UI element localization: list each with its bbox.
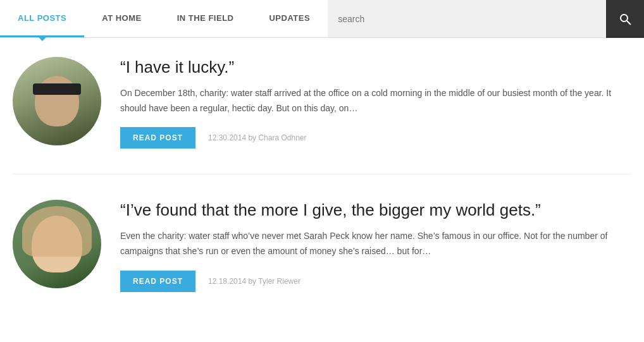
post-title: “I have it lucky.” (120, 57, 631, 78)
main-content: “I have it lucky.” On December 18th, cha… (0, 38, 644, 342)
avatar (13, 57, 101, 145)
post-item: “I’ve found that the more I give, the bi… (13, 200, 631, 317)
search-icon (619, 13, 631, 25)
post-excerpt: Even the charity: water staff who’ve nev… (120, 229, 631, 259)
post-body: “I have it lucky.” On December 18th, cha… (120, 57, 631, 149)
read-post-button[interactable]: READ POST (120, 271, 195, 292)
post-meta: 12.18.2014 by Tyler Riewer (208, 277, 300, 286)
post-date: 12.18.2014 (208, 277, 246, 286)
post-author: Tyler Riewer (258, 277, 300, 286)
post-excerpt: On December 18th, charity: water staff a… (120, 86, 631, 116)
post-footer: READ POST 12.30.2014 by Chara Odhner (120, 127, 631, 149)
post-author: Chara Odhner (258, 133, 306, 142)
search-input[interactable] (338, 14, 596, 24)
nav-updates[interactable]: UPDATES (251, 0, 328, 37)
svg-point-0 (621, 15, 628, 21)
avatar (13, 200, 101, 288)
nav-bar: ALL POSTS AT HOME IN THE FIELD UPDATES (0, 0, 644, 38)
search-button[interactable] (606, 0, 644, 38)
post-date: 12.30.2014 (208, 133, 246, 142)
read-post-button[interactable]: READ POST (120, 127, 195, 149)
search-container (328, 0, 606, 37)
post-footer: READ POST 12.18.2014 by Tyler Riewer (120, 271, 631, 292)
post-meta: 12.30.2014 by Chara Odhner (208, 133, 306, 142)
post-body: “I’ve found that the more I give, the bi… (120, 200, 631, 291)
post-title: “I’ve found that the more I give, the bi… (120, 200, 631, 221)
post-item: “I have it lucky.” On December 18th, cha… (13, 57, 631, 174)
post-by: by (248, 277, 258, 286)
nav-in-the-field[interactable]: IN THE FIELD (159, 0, 252, 37)
post-by: by (248, 133, 258, 142)
nav-all-posts[interactable]: ALL POSTS (0, 0, 84, 37)
svg-line-1 (627, 21, 631, 25)
nav-at-home[interactable]: AT HOME (84, 0, 159, 37)
